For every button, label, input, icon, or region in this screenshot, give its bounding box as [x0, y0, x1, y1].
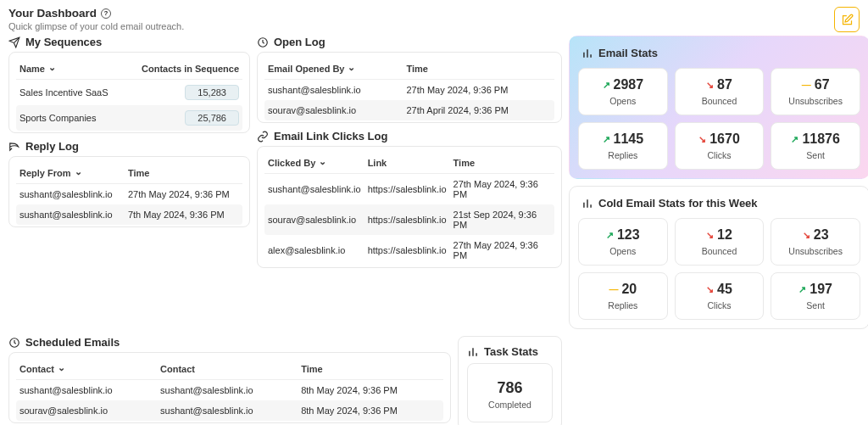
- scheduled-emails-title: Scheduled Emails: [25, 336, 120, 349]
- stat-label: Opens: [584, 96, 662, 106]
- trend-down-icon: ↘: [706, 81, 714, 90]
- trend-up-icon: ↗: [606, 231, 614, 240]
- reply-log-section: Reply Log Reply From Time sushant@salesb…: [8, 140, 250, 227]
- stat-value: 11876: [802, 131, 840, 147]
- table-row[interactable]: sourav@salesblink.iohttps://salesblink.i…: [264, 204, 554, 235]
- trend-down-icon: ↘: [706, 285, 714, 294]
- trend-up-icon: ↗: [791, 135, 798, 144]
- clock-icon: [8, 337, 20, 349]
- col-time-header: Time: [403, 58, 554, 80]
- week-stats-title: Cold Email Stats for this Week: [598, 197, 758, 210]
- stat-label: Unsubscribes: [776, 246, 854, 256]
- trend-dash-icon: —: [802, 81, 811, 90]
- col-contacts-header: Contacts in Sequence: [125, 58, 242, 80]
- stat-label: Bounced: [681, 96, 759, 106]
- task-stats-title: Task Stats: [484, 345, 538, 358]
- email-stats-title: Email Stats: [598, 47, 658, 59]
- sort-reply-from[interactable]: Reply From: [19, 167, 82, 178]
- chevron-down-icon: [348, 63, 355, 74]
- stat-label: Sent: [776, 150, 854, 160]
- trend-dash-icon: —: [609, 285, 618, 294]
- table-row[interactable]: sourav@salesblink.iosushant@salesblink.i…: [16, 400, 443, 421]
- chevron-down-icon: [48, 63, 56, 74]
- table-row[interactable]: sushant@salesblink.io27th May 2024, 9:36…: [16, 184, 242, 205]
- edit-dashboard-button[interactable]: [834, 7, 860, 32]
- clock-icon: [257, 36, 269, 48]
- stat-card: —67Unsubscribes: [771, 68, 860, 115]
- col-link-header: Link: [364, 152, 450, 174]
- contacts-badge: 15,283: [185, 85, 239, 100]
- stat-card: ↗197Sent: [771, 272, 860, 320]
- bar-chart-icon: [581, 48, 593, 59]
- col-time-header: Time: [298, 358, 443, 380]
- trend-up-icon: ↗: [603, 135, 610, 144]
- stat-card: —20Replies: [578, 272, 668, 320]
- trend-down-icon: ↘: [706, 231, 714, 240]
- sort-contact[interactable]: Contact: [19, 363, 65, 374]
- trend-up-icon: ↗: [798, 285, 806, 294]
- stat-card: ↗123Opens: [578, 218, 668, 266]
- open-log-table: Email Opened By Time sushant@salesblink.…: [264, 58, 554, 120]
- page-subtitle: Quick glimpse of your cold email outreac…: [8, 21, 184, 31]
- reply-icon: [8, 141, 20, 153]
- sort-clicked-by[interactable]: Clicked By: [268, 157, 326, 168]
- link-icon: [257, 131, 269, 143]
- table-row[interactable]: Sports Companies25,786: [16, 105, 242, 131]
- stat-value: 23: [814, 227, 829, 243]
- stat-value: 87: [717, 77, 732, 92]
- stat-card: ↗11876Sent: [771, 122, 860, 170]
- my-sequences-table: Name Contacts in Sequence Sales Incentiv…: [16, 58, 242, 131]
- table-row[interactable]: sushant@salesblink.iohttps://salesblink.…: [264, 174, 554, 205]
- reply-log-title: Reply Log: [25, 140, 79, 153]
- week-stats-card: Cold Email Stats for this Week ↗123Opens…: [569, 186, 868, 329]
- my-sequences-title: My Sequences: [25, 36, 102, 48]
- table-row[interactable]: alex@salesblink.iohttps://salesblink.io2…: [264, 235, 554, 266]
- stat-label: Replies: [584, 300, 662, 310]
- col-time-header: Time: [450, 152, 554, 174]
- stat-card: ↘23Unsubscribes: [771, 218, 860, 266]
- stat-value: 2987: [614, 77, 644, 92]
- stat-value: 12: [717, 227, 732, 243]
- sort-opened-by[interactable]: Email Opened By: [268, 63, 355, 74]
- stat-label: Clicks: [681, 150, 759, 160]
- stat-label: Clicks: [681, 300, 759, 310]
- send-icon: [8, 36, 20, 48]
- page-title: Your Dashboard ?: [8, 7, 184, 20]
- link-clicks-table: Clicked By Link Time sushant@salesblink.…: [264, 152, 554, 266]
- stat-label: Bounced: [681, 246, 759, 256]
- help-icon[interactable]: ?: [101, 8, 111, 19]
- open-log-section: Open Log Email Opened By Time sushant@sa…: [257, 36, 562, 123]
- table-row[interactable]: sourav@salesblink.io27th April 2024, 9:3…: [264, 100, 554, 120]
- task-stats-value: 786: [473, 379, 547, 397]
- stat-value: 197: [810, 282, 832, 297]
- link-clicks-title: Email Link Clicks Log: [274, 130, 387, 143]
- stat-card: ↗1145Replies: [578, 122, 668, 170]
- scheduled-emails-section: Scheduled Emails Contact Contact Time su…: [8, 336, 451, 423]
- stat-card: ↗2987Opens: [578, 68, 668, 115]
- open-log-title: Open Log: [274, 36, 326, 48]
- stat-value: 123: [617, 227, 640, 243]
- task-stats-label: Completed: [473, 400, 547, 410]
- stat-label: Replies: [584, 150, 662, 160]
- page-title-text: Your Dashboard: [8, 7, 97, 20]
- stat-value: 1670: [709, 131, 740, 147]
- trend-up-icon: ↗: [603, 81, 610, 90]
- stat-label: Opens: [584, 246, 662, 256]
- task-stats-card: Task Stats 786 Completed: [458, 336, 562, 425]
- stat-value: 20: [621, 282, 637, 297]
- trend-down-icon: ↘: [698, 135, 706, 144]
- stat-value: 67: [815, 77, 830, 92]
- table-row[interactable]: sushant@salesblink.iosushant@salesblink.…: [16, 380, 443, 401]
- stat-card: ↘1670Clicks: [675, 122, 765, 170]
- stat-card: ↘45Clicks: [675, 272, 765, 320]
- table-row[interactable]: sushant@salesblink.io27th May 2024, 9:36…: [264, 80, 554, 101]
- contacts-badge: 25,786: [185, 110, 239, 126]
- stat-label: Unsubscribes: [776, 96, 854, 106]
- email-stats-card: Email Stats ↗2987Opens↘87Bounced—67Unsub…: [569, 36, 868, 179]
- chevron-down-icon: [319, 157, 326, 168]
- stat-card: ↘12Bounced: [675, 218, 765, 266]
- table-row[interactable]: sushant@salesblink.io7th May 2024, 9:36 …: [16, 204, 242, 225]
- chevron-down-icon: [58, 363, 65, 374]
- table-row[interactable]: Sales Incentive SaaS15,283: [16, 80, 242, 106]
- sort-name[interactable]: Name: [19, 63, 56, 74]
